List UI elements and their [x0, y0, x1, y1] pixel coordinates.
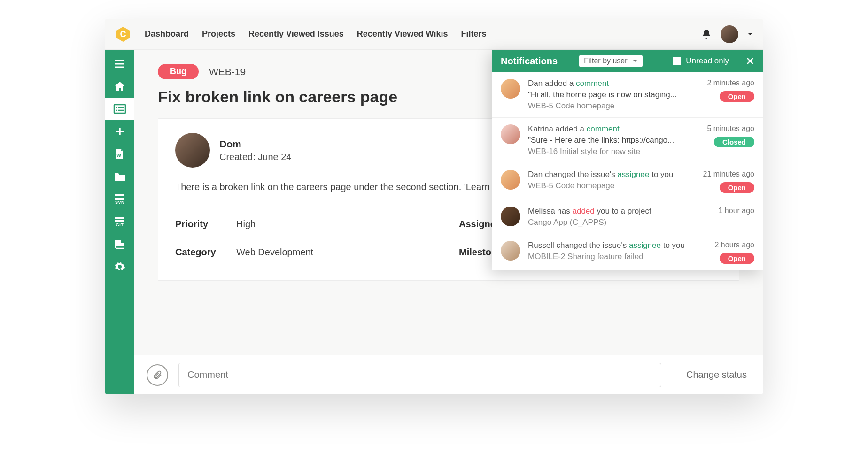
- notification-action: Dan added a comment: [528, 79, 699, 88]
- meta-priority-label: Priority: [175, 219, 236, 230]
- sidebar-add[interactable]: [105, 120, 134, 143]
- bell-icon[interactable]: [701, 29, 712, 40]
- sidebar-git[interactable]: GIT: [105, 210, 134, 233]
- sidebar-menu[interactable]: [105, 53, 134, 75]
- top-nav: C Dashboard Projects Recently Viewed Iss…: [105, 19, 763, 50]
- notification-meta: 1 hour ago: [718, 207, 754, 227]
- meta-priority: Priority High: [175, 210, 438, 238]
- attach-button[interactable]: [147, 364, 168, 386]
- notification-item[interactable]: Dan changed the issue's assignee to youW…: [492, 163, 763, 200]
- notifications-panel: Notifications Filter by user Unread only…: [492, 50, 763, 270]
- issue-type-badge: Bug: [158, 64, 199, 79]
- notification-time: 2 hours ago: [714, 241, 754, 249]
- meta-category-value: Web Development: [236, 247, 313, 258]
- svg-rect-16: [115, 217, 124, 219]
- nav-projects[interactable]: Projects: [202, 29, 235, 39]
- svg-text:C: C: [120, 30, 126, 39]
- user-avatar[interactable]: [721, 25, 738, 43]
- svg-text:W: W: [116, 153, 121, 158]
- filter-by-user-select[interactable]: Filter by user: [579, 55, 642, 67]
- app-window: C Dashboard Projects Recently Viewed Iss…: [105, 19, 763, 394]
- notification-action: Russell changed the issue's assignee to …: [528, 241, 707, 250]
- notification-body: Russell changed the issue's assignee to …: [528, 241, 707, 264]
- notification-meta: 21 minutes agoOpen: [703, 170, 754, 193]
- notifications-title: Notifications: [501, 56, 558, 67]
- notification-body: Dan added a comment"Hi all, the home pag…: [528, 79, 699, 111]
- meta-priority-value: High: [236, 219, 256, 230]
- notification-item[interactable]: Melissa has added you to a projectCango …: [492, 200, 763, 234]
- comment-input[interactable]: [178, 363, 661, 387]
- notification-meta: 2 hours agoOpen: [714, 241, 754, 264]
- notification-context: WEB-5 Code homepage: [528, 181, 696, 191]
- notification-context: WEB-5 Code homepage: [528, 101, 699, 111]
- sidebar-home[interactable]: [105, 75, 134, 98]
- sidebar-gantt[interactable]: [105, 233, 134, 255]
- unread-label: Unread only: [686, 56, 729, 66]
- notification-body: Dan changed the issue's assignee to youW…: [528, 170, 696, 193]
- sidebar-svn[interactable]: SVN: [105, 188, 134, 210]
- notification-meta: 5 minutes agoClosed: [707, 124, 754, 156]
- notification-excerpt: "Hi all, the home page is now on staging…: [528, 90, 699, 100]
- notification-context: Cango App (C_APPS): [528, 218, 711, 227]
- svg-rect-15: [115, 198, 124, 200]
- created-label: Created: June 24: [219, 152, 291, 162]
- notification-avatar: [501, 124, 520, 144]
- nav-dashboard[interactable]: Dashboard: [145, 29, 189, 39]
- sidebar-files[interactable]: [105, 165, 134, 188]
- svg-rect-5: [114, 105, 125, 113]
- notification-avatar: [501, 79, 520, 99]
- user-menu-caret-icon[interactable]: [747, 31, 753, 38]
- notification-context: WEB-16 Initial style for new site: [528, 147, 699, 156]
- notification-excerpt: "Sure - Here are the links: https://cang…: [528, 136, 699, 145]
- sidebar-issues[interactable]: [105, 98, 134, 120]
- comment-bar: Change status: [134, 355, 763, 394]
- nav-filters[interactable]: Filters: [461, 29, 486, 39]
- sidebar-git-label: GIT: [116, 223, 124, 227]
- notification-body: Katrina added a comment"Sure - Here are …: [528, 124, 699, 156]
- sidebar-settings[interactable]: [105, 255, 134, 278]
- svg-rect-17: [115, 220, 124, 222]
- svg-rect-13: [115, 180, 125, 181]
- change-status-button[interactable]: Change status: [682, 369, 751, 380]
- meta-category-label: Category: [175, 247, 236, 258]
- notification-time: 5 minutes ago: [707, 124, 754, 133]
- notification-action: Dan changed the issue's assignee to you: [528, 170, 696, 179]
- notifications-header: Notifications Filter by user Unread only: [492, 50, 763, 72]
- notification-item[interactable]: Katrina added a comment"Sure - Here are …: [492, 118, 763, 163]
- notification-avatar: [501, 170, 520, 190]
- status-badge: Open: [720, 182, 754, 193]
- sidebar-svn-label: SVN: [115, 200, 124, 205]
- unread-only-toggle[interactable]: Unread only: [673, 56, 729, 66]
- left-sidebar: W SVN GIT: [105, 50, 134, 394]
- issue-key: WEB-19: [209, 66, 246, 77]
- author-avatar: [175, 133, 210, 168]
- unread-checkbox[interactable]: [673, 57, 681, 65]
- svg-rect-21: [116, 244, 123, 245]
- notification-avatar: [501, 207, 520, 226]
- sidebar-wiki[interactable]: W: [105, 143, 134, 165]
- notification-body: Melissa has added you to a projectCango …: [528, 207, 711, 227]
- notification-action: Katrina added a comment: [528, 124, 699, 134]
- author-name: Dom: [219, 138, 291, 150]
- nav-recent-wikis[interactable]: Recently Viewed Wikis: [357, 29, 448, 39]
- svg-rect-20: [116, 241, 120, 242]
- nav-recent-issues[interactable]: Recently Viewed Issues: [248, 29, 344, 39]
- status-badge: Open: [720, 253, 754, 264]
- notification-action: Melissa has added you to a project: [528, 207, 711, 216]
- notification-item[interactable]: Russell changed the issue's assignee to …: [492, 234, 763, 270]
- filter-label: Filter by user: [584, 57, 627, 65]
- notification-time: 21 minutes ago: [703, 170, 754, 178]
- notification-meta: 2 minutes agoOpen: [707, 79, 754, 111]
- notification-time: 2 minutes ago: [707, 79, 754, 87]
- status-badge: Closed: [714, 137, 754, 147]
- notification-time: 1 hour ago: [718, 207, 754, 215]
- divider: [672, 364, 672, 386]
- close-notifications-button[interactable]: [746, 57, 754, 65]
- notification-avatar: [501, 241, 520, 261]
- logo[interactable]: C: [115, 26, 132, 43]
- notification-item[interactable]: Dan added a comment"Hi all, the home pag…: [492, 72, 763, 118]
- meta-category: Category Web Development: [175, 238, 438, 266]
- status-badge: Open: [720, 91, 754, 102]
- notifications-list: Dan added a comment"Hi all, the home pag…: [492, 72, 763, 270]
- nav-links: Dashboard Projects Recently Viewed Issue…: [145, 29, 486, 39]
